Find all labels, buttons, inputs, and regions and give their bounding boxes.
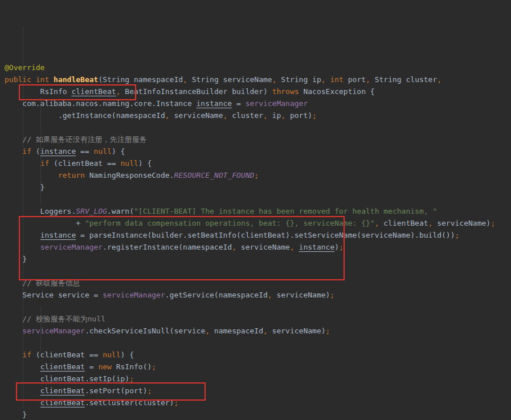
code-token: ip: [268, 111, 281, 120]
code-token: ) {: [121, 350, 134, 359]
code-line[interactable]: return NamingResponseCode.RESOURCE_NOT_F…: [0, 169, 511, 181]
code-token: .getService(namespaceId: [165, 291, 268, 299]
punctuation-token: ;: [312, 111, 317, 120]
keyword-token: null: [94, 147, 112, 156]
code-token: serviceName: [170, 111, 223, 120]
code-line[interactable]: Service service = serviceManager.getServ…: [0, 289, 511, 301]
punctuation-token: ;: [490, 219, 495, 227]
code-line[interactable]: if (clientBeat == null) {: [0, 157, 511, 169]
code-token: NamingResponseCode.: [85, 171, 174, 180]
code-token: +: [5, 219, 85, 227]
code-token: [31, 75, 36, 84]
variable-token: clientBeat: [40, 362, 85, 371]
code-editor[interactable]: @Overridepublic int handleBeat(String na…: [0, 0, 511, 420]
code-token: [5, 231, 40, 239]
code-token: = parseInstance(builder.setBeatInfo(clie…: [76, 231, 455, 239]
code-token: [49, 75, 54, 84]
code-line[interactable]: clientBeat.setCluster(cluster);: [0, 397, 511, 409]
code-line[interactable]: // 校验服务不能为null: [0, 313, 511, 325]
variable-token: clientBeat: [40, 386, 85, 395]
punctuation-token: ;: [254, 171, 259, 180]
keyword-token: public: [5, 75, 31, 84]
code-token: (String namespaceId: [98, 75, 183, 84]
punctuation-token: ,: [437, 75, 441, 84]
code-line[interactable]: [0, 121, 511, 133]
comment-token: // 校验服务不能为null: [5, 315, 105, 323]
code-line[interactable]: com.alibaba.nacos.naming.core.Instance i…: [0, 97, 511, 109]
code-token: =: [232, 99, 245, 108]
code-token: serviceName: [236, 243, 290, 251]
code-token: [5, 159, 40, 168]
code-token: }: [5, 410, 27, 419]
code-token: String ip: [276, 75, 321, 84]
code-lines-container: @Overridepublic int handleBeat(String na…: [0, 62, 511, 420]
code-line[interactable]: // 获取服务信息: [0, 277, 511, 289]
code-token: [5, 147, 22, 156]
code-token: [5, 243, 40, 251]
code-token: .registerInstance(namespaceId: [103, 243, 232, 251]
code-token: cluster: [227, 111, 263, 120]
code-token: [5, 374, 40, 383]
keyword-token: null: [103, 350, 120, 359]
variable-token: clientBeat: [40, 398, 85, 407]
ide-window: { "editor": { "language": "java", "activ…: [0, 0, 511, 420]
keyword-token: if: [22, 147, 31, 156]
code-line[interactable]: Loggers.SRV_LOG.warn("[CLIENT-BEAT] The …: [0, 205, 511, 217]
code-token: String serviceName: [187, 75, 272, 84]
code-token: [5, 362, 40, 371]
punctuation-token: ;: [326, 327, 330, 335]
code-line[interactable]: clientBeat = new RsInfo();: [0, 361, 511, 373]
code-line[interactable]: serviceManager.registerInstance(namespac…: [0, 241, 511, 253]
code-line[interactable]: if (instance == null) {: [0, 145, 511, 157]
keyword-token: throws: [272, 87, 299, 96]
code-token: ) {: [138, 159, 152, 168]
string-token: "perform data compensation operations, b…: [85, 219, 375, 227]
code-line[interactable]: + "perform data compensation operations,…: [0, 217, 511, 229]
code-line[interactable]: }: [0, 253, 511, 265]
constant-token: RESOURCE_NOT_FOUND: [174, 171, 254, 180]
code-token: .warn(: [107, 207, 134, 215]
string-token: "[CLIENT-BEAT] The instance has been rem…: [134, 207, 437, 215]
punctuation-token: ,: [165, 111, 170, 120]
code-line[interactable]: .getInstance(namespaceId, serviceName, c…: [0, 109, 511, 121]
code-line[interactable]: [0, 301, 511, 313]
code-line[interactable]: }: [0, 409, 511, 420]
code-line[interactable]: instance = parseInstance(builder.setBeat…: [0, 229, 511, 241]
code-line[interactable]: if (clientBeat == null) {: [0, 349, 511, 361]
code-token: (clientBeat ==: [49, 159, 120, 168]
code-token: ): [334, 243, 339, 251]
keyword-token: if: [40, 159, 50, 168]
code-line[interactable]: clientBeat.setPort(port);: [0, 385, 511, 397]
code-token: =: [85, 362, 98, 371]
code-token: BeatInfoInstanceBuilder builder): [121, 87, 272, 96]
code-line[interactable]: // 如果服务还没有注册，先注册服务: [0, 133, 511, 145]
code-line[interactable]: [0, 193, 511, 205]
code-token: serviceName): [268, 327, 326, 335]
punctuation-token: ,: [183, 75, 187, 84]
code-line[interactable]: serviceManager.checkServiceIsNull(servic…: [0, 325, 511, 337]
code-token: com.alibaba.nacos.naming.core.Instance: [5, 99, 197, 108]
code-token: .setIp(ip): [85, 374, 129, 383]
variable-token: clientBeat: [40, 374, 85, 383]
annotation-token: @Override: [5, 63, 44, 72]
code-token: .setPort(port): [85, 386, 148, 395]
code-line[interactable]: @Override: [0, 62, 511, 74]
code-line[interactable]: public int handleBeat(String namespaceId…: [0, 74, 511, 85]
code-line[interactable]: clientBeat.setIp(ip);: [0, 373, 511, 385]
punctuation-token: ;: [129, 374, 134, 383]
code-token: RsInfo(): [112, 362, 152, 371]
code-line[interactable]: [0, 337, 511, 349]
keyword-token: if: [22, 350, 31, 359]
code-token: [5, 327, 22, 335]
field-token: serviceManager: [40, 243, 103, 251]
code-token: Service service =: [5, 291, 103, 299]
code-token: RsInfo: [5, 87, 71, 96]
code-line[interactable]: RsInfo clientBeat, BeatInfoInstanceBuild…: [0, 85, 511, 97]
punctuation-token: ,: [281, 111, 285, 120]
comment-token: // 获取服务信息: [5, 279, 80, 287]
code-token: [5, 398, 40, 407]
field-token: serviceManager: [103, 291, 165, 299]
code-line[interactable]: [0, 265, 511, 277]
code-line[interactable]: }: [0, 181, 511, 193]
code-token: ) {: [112, 147, 125, 156]
